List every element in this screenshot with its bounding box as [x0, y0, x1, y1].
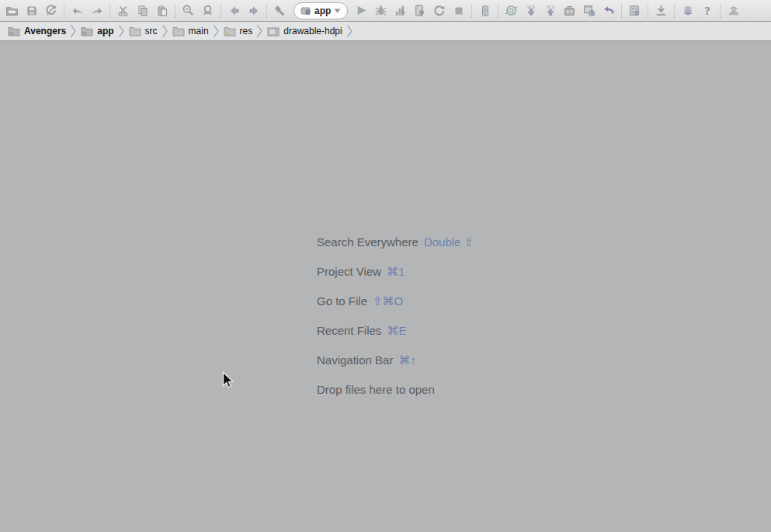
restore-layout-button[interactable]: [579, 2, 599, 20]
toolbar-separator: [109, 4, 110, 18]
breadcrumb-label: res: [240, 26, 253, 37]
vcs-update-button[interactable]: VCS: [521, 2, 540, 20]
toolbox-button[interactable]: [560, 2, 579, 20]
back-arrow-icon: [228, 5, 241, 17]
debug-button[interactable]: [371, 2, 391, 20]
help-icon: ?: [701, 4, 714, 17]
breadcrumb-label: main: [189, 26, 209, 37]
drawable-folder-icon: [267, 26, 280, 37]
app-module-icon: [300, 5, 311, 16]
vcs-commit-icon: VCS: [544, 4, 557, 17]
project-structure-button[interactable]: [678, 2, 697, 20]
chevron-down-icon: [334, 9, 341, 13]
rerun-arrow-icon: [432, 4, 446, 17]
breadcrumb-separator-icon: [161, 23, 168, 39]
help-button[interactable]: ?: [697, 2, 717, 20]
shortcut-hint-row: Navigation Bar⌘↑: [317, 353, 474, 367]
run-configuration-selector[interactable]: app: [293, 2, 348, 19]
revert-arrow-icon: [602, 4, 615, 17]
find-button[interactable]: [179, 2, 198, 20]
sync-button[interactable]: [41, 2, 61, 20]
open-folder-icon: [5, 4, 19, 17]
shortcut-hint-row: Project View⌘1: [317, 265, 474, 279]
forward-button[interactable]: [244, 2, 263, 20]
undo-button[interactable]: [68, 2, 87, 20]
toolbar-separator: [471, 4, 472, 18]
breadcrumb-item-drawable-hdpi[interactable]: drawable-hdpi: [265, 26, 344, 37]
profile-button[interactable]: [391, 2, 410, 20]
shortcut-action: Go to File: [317, 294, 367, 308]
hammer-icon: [273, 4, 287, 17]
avd-manager-button[interactable]: [625, 2, 644, 20]
mouse-cursor: [222, 371, 234, 393]
vcs-commit-button[interactable]: VCS: [540, 2, 560, 20]
shortcut-action: Navigation Bar: [317, 353, 393, 367]
breadcrumb-label: src: [145, 26, 158, 37]
breadcrumb-item-src[interactable]: src: [127, 26, 160, 37]
svg-text:?: ?: [704, 5, 710, 17]
shortcut-hint-row: Drop files here to open: [317, 383, 474, 397]
shortcut-keys: ⌘E: [387, 324, 406, 337]
device-monitor-button[interactable]: [724, 2, 743, 20]
copy-button[interactable]: [133, 2, 152, 20]
folder-icon: [129, 26, 141, 37]
paste-icon: [156, 5, 168, 17]
shortcut-action: Drop files here to open: [317, 383, 435, 396]
sdk-manager-button[interactable]: [651, 2, 671, 20]
folder-icon: [8, 26, 20, 37]
toolbar-separator: [221, 4, 221, 18]
toolbar-separator: [266, 4, 267, 18]
build-button[interactable]: [270, 2, 290, 20]
attach-debugger-button[interactable]: [410, 2, 429, 20]
search-icon: [182, 4, 195, 17]
monitor-eye-icon: [727, 4, 741, 17]
sdk-download-icon: [655, 4, 668, 17]
toolbar-separator: [175, 4, 175, 18]
open-button[interactable]: [2, 2, 22, 20]
run-button[interactable]: [352, 2, 371, 20]
toolbar-separator: [64, 4, 64, 18]
paste-button[interactable]: [152, 2, 172, 20]
android-studio-window: { "toolbar": { "app_selector": { "label"…: [0, 0, 771, 532]
window-clock-icon: [582, 4, 596, 17]
breadcrumb-item-app[interactable]: app: [78, 26, 116, 37]
revert-button[interactable]: [599, 2, 618, 20]
sync-icon: [44, 4, 57, 17]
attach-to-android-button[interactable]: [475, 2, 495, 20]
resources-folder-icon: [224, 26, 236, 37]
breadcrumb-item-avengers[interactable]: Avengers: [5, 26, 68, 37]
phone-device-icon: [479, 5, 491, 17]
main-toolbar: app VCS VCS: [0, 0, 771, 22]
stop-square-icon: [453, 5, 465, 17]
layers-icon: [681, 4, 695, 17]
search-badge-icon: [201, 4, 214, 17]
redo-button[interactable]: [87, 2, 106, 20]
shortcut-keys: ⌘↑: [398, 353, 416, 367]
stop-button[interactable]: [449, 2, 468, 20]
empty-editor-pane: Search EverywhereDouble ⇧ Project View⌘1…: [0, 42, 771, 532]
undo-icon: [71, 5, 84, 17]
find-in-path-button[interactable]: [198, 2, 217, 20]
save-icon: [26, 5, 38, 17]
shortcut-keys: Double ⇧: [424, 235, 474, 249]
breadcrumb-item-res[interactable]: res: [221, 26, 255, 37]
cut-button[interactable]: [113, 2, 133, 20]
breadcrumb-separator-icon: [213, 23, 220, 39]
play-icon: [355, 4, 368, 17]
folder-icon: [81, 26, 93, 37]
save-button[interactable]: [22, 2, 41, 20]
shortcut-keys: ⇧⌘O: [373, 294, 403, 308]
shortcut-hint-row: Recent Files⌘E: [317, 324, 474, 338]
breadcrumb-item-main[interactable]: main: [170, 26, 211, 37]
shortcut-action: Search Everywhere: [317, 235, 418, 249]
rerun-button[interactable]: [429, 2, 449, 20]
shortcut-keys: ⌘1: [387, 265, 405, 278]
forward-arrow-icon: [248, 5, 260, 17]
gradle-sync-icon: [505, 4, 518, 17]
shortcut-hints: Search EverywhereDouble ⇧ Project View⌘1…: [317, 235, 474, 412]
redo-icon: [91, 5, 103, 17]
toolbar-separator: [498, 4, 498, 18]
back-button[interactable]: [224, 2, 244, 20]
breadcrumb-label: Avengers: [24, 26, 66, 37]
gradle-sync-button[interactable]: [502, 2, 521, 20]
